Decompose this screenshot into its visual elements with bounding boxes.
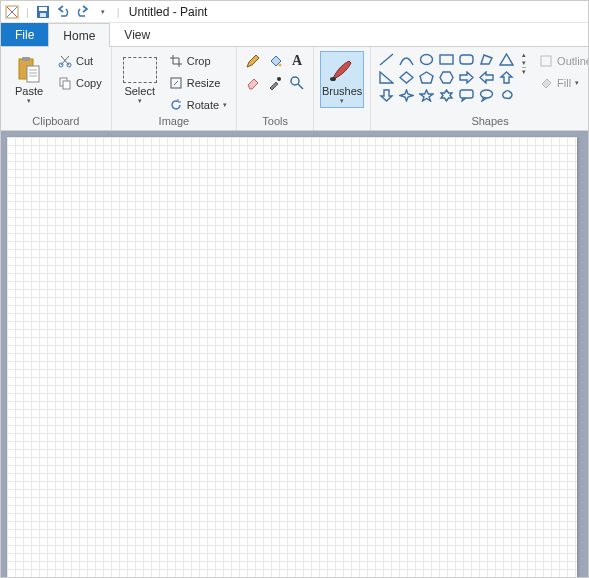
pencil-tool[interactable]: [243, 51, 263, 71]
svg-point-20: [481, 90, 493, 98]
shape-oval-callout[interactable]: [477, 87, 496, 104]
resize-button[interactable]: Resize: [166, 73, 230, 93]
chevron-down-icon: ▾: [27, 97, 31, 105]
chevron-down-icon: ▾: [138, 97, 142, 105]
group-label-tools: Tools: [243, 115, 307, 129]
svg-rect-17: [440, 55, 453, 64]
chevron-down-icon: ▾: [575, 79, 579, 87]
outline-label: Outline: [557, 55, 589, 67]
shape-5pt-star[interactable]: [417, 87, 436, 104]
brushes-button[interactable]: Brushes ▾: [320, 51, 364, 108]
canvas-workspace: [1, 131, 588, 578]
ribbon: Paste ▾ Cut Copy Clipboard Select ▾: [1, 47, 588, 131]
magnifier-tool[interactable]: [287, 73, 307, 93]
rotate-button[interactable]: Rotate ▾: [166, 95, 230, 115]
svg-point-16: [421, 55, 433, 65]
drawing-canvas[interactable]: [7, 137, 577, 577]
shape-rectangle[interactable]: [437, 51, 456, 68]
crop-label: Crop: [187, 55, 211, 67]
group-label-brushes: [320, 115, 364, 129]
paste-label: Paste: [15, 86, 43, 97]
undo-button[interactable]: [54, 3, 72, 21]
separator: |: [117, 6, 120, 18]
copy-icon: [58, 76, 72, 90]
window-title: Untitled - Paint: [129, 5, 208, 19]
resize-icon: [169, 76, 183, 90]
shape-rounded-callout[interactable]: [457, 87, 476, 104]
copy-label: Copy: [76, 77, 102, 89]
shape-right-arrow[interactable]: [457, 69, 476, 86]
select-button[interactable]: Select ▾: [118, 51, 162, 108]
shape-line[interactable]: [377, 51, 396, 68]
shape-polygon[interactable]: [477, 51, 496, 68]
cut-label: Cut: [76, 55, 93, 67]
crop-button[interactable]: Crop: [166, 51, 230, 71]
crop-icon: [169, 54, 183, 68]
outline-icon: [539, 54, 553, 68]
svg-rect-6: [27, 66, 39, 82]
paste-icon: [17, 54, 41, 86]
svg-rect-2: [39, 7, 47, 11]
svg-rect-10: [63, 81, 70, 89]
select-label: Select: [124, 86, 155, 97]
shape-4pt-star[interactable]: [397, 87, 416, 104]
chevron-down-icon: ▾: [340, 97, 344, 105]
shape-triangle[interactable]: [497, 51, 516, 68]
select-icon: [123, 54, 157, 86]
redo-button[interactable]: [74, 3, 92, 21]
shape-hexagon[interactable]: [437, 69, 456, 86]
shapes-gallery[interactable]: [377, 51, 516, 104]
shape-right-triangle[interactable]: [377, 69, 396, 86]
cut-icon: [58, 54, 72, 68]
shape-outline-button[interactable]: Outline ▾: [536, 51, 589, 71]
group-clipboard: Paste ▾ Cut Copy Clipboard: [1, 47, 112, 130]
svg-point-15: [330, 77, 336, 81]
shape-rounded-rectangle[interactable]: [457, 51, 476, 68]
qat-customize[interactable]: ▾: [94, 3, 112, 21]
tab-file[interactable]: File: [1, 23, 48, 46]
cut-button[interactable]: Cut: [55, 51, 105, 71]
color-picker-tool[interactable]: [265, 73, 285, 93]
text-tool[interactable]: A: [287, 51, 307, 71]
shape-fill-button[interactable]: Fill ▾: [536, 73, 589, 93]
brush-icon: [327, 54, 357, 86]
group-brushes: Brushes ▾: [314, 47, 371, 130]
svg-point-12: [279, 64, 282, 67]
shape-down-arrow[interactable]: [377, 87, 396, 104]
chevron-down-icon: ▾: [101, 8, 105, 16]
brushes-label: Brushes: [322, 86, 362, 97]
svg-rect-3: [40, 13, 46, 17]
pencil-icon: [245, 53, 261, 69]
shape-pentagon[interactable]: [417, 69, 436, 86]
rotate-label: Rotate: [187, 99, 219, 111]
resize-label: Resize: [187, 77, 221, 89]
shapes-scroll-down[interactable]: ▾: [522, 59, 526, 67]
shape-curve[interactable]: [397, 51, 416, 68]
redo-icon: [76, 5, 90, 19]
fill-icon: [539, 76, 553, 90]
save-button[interactable]: [34, 3, 52, 21]
tab-home[interactable]: Home: [48, 23, 110, 47]
shapes-scroll-up[interactable]: ▴: [522, 51, 526, 59]
app-icon[interactable]: [3, 3, 21, 21]
shape-diamond[interactable]: [397, 69, 416, 86]
paste-button[interactable]: Paste ▾: [7, 51, 51, 108]
chevron-down-icon: ▾: [223, 101, 227, 109]
copy-button[interactable]: Copy: [55, 73, 105, 93]
picker-icon: [267, 75, 283, 91]
shapes-expand[interactable]: ▾: [522, 67, 526, 76]
shape-6pt-star[interactable]: [437, 87, 456, 104]
fill-tool[interactable]: [265, 51, 285, 71]
tab-view[interactable]: View: [110, 23, 164, 46]
group-label-clipboard: Clipboard: [7, 115, 105, 129]
text-icon: A: [292, 53, 302, 69]
shape-cloud-callout[interactable]: [497, 87, 516, 104]
rotate-icon: [169, 98, 183, 112]
group-tools: A Tools: [237, 47, 314, 130]
shape-up-arrow[interactable]: [497, 69, 516, 86]
separator: |: [26, 6, 29, 18]
shape-oval[interactable]: [417, 51, 436, 68]
eraser-tool[interactable]: [243, 73, 263, 93]
svg-rect-19: [460, 90, 473, 98]
shape-left-arrow[interactable]: [477, 69, 496, 86]
